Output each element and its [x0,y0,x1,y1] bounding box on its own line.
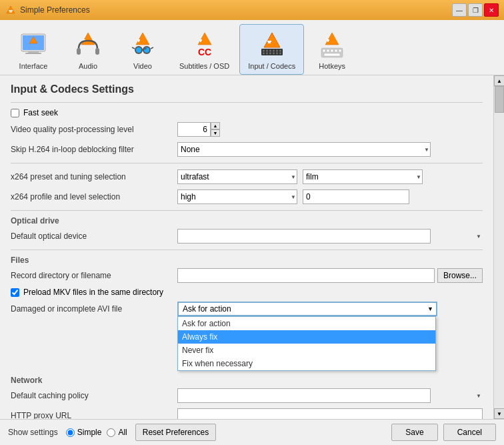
x264-preset-control: ultrafast superfast veryfast faster fast… [177,169,483,184]
tab-input[interactable]: Input / Codecs [239,24,304,75]
scrollbar[interactable]: ▲ ▼ [493,75,504,419]
fast-seek-checkbox[interactable] [11,109,19,117]
audio-icon [72,29,104,61]
damaged-avi-dropdown-header[interactable]: Ask for action ▼ [177,302,437,316]
title-bar-left: Simple Preferences [5,5,90,15]
fast-seek-row: Fast seek [11,108,483,117]
svg-marker-44 [325,33,339,45]
reset-preferences-button[interactable]: Reset Preferences [135,424,216,441]
main-window: Interface Audio [0,20,504,445]
damaged-avi-control: Ask for action ▼ Ask for action Always f… [177,302,483,316]
fast-seek-label[interactable]: Fast seek [23,108,58,117]
svg-rect-34 [269,50,271,52]
scroll-up-arrow[interactable]: ▲ [494,75,504,86]
spin-buttons: ▲ ▼ [211,122,220,137]
x264-level-input[interactable] [303,189,409,204]
all-radio-text: All [118,428,127,437]
tab-interface[interactable]: Interface [7,24,60,75]
svg-rect-1 [9,10,13,11]
svg-rect-11 [77,48,81,55]
tab-audio-label: Audio [79,62,97,70]
preload-mkv-checkbox[interactable] [11,288,19,297]
optical-device-row: Default optical device ▼ [11,228,483,244]
optical-device-arrow: ▼ [476,234,481,240]
x264-preset-select-wrap: ultrafast superfast veryfast faster fast… [177,169,297,184]
http-proxy-input[interactable] [177,408,483,419]
spin-up-button[interactable]: ▲ [211,122,220,129]
svg-rect-12 [95,48,99,55]
save-button[interactable]: Save [391,424,437,441]
browse-button[interactable]: Browse... [437,268,483,283]
separator-1 [11,163,483,163]
simple-radio-label[interactable]: Simple [66,428,102,437]
svg-line-18 [132,47,135,49]
spin-down-button[interactable]: ▼ [211,129,220,137]
svg-rect-48 [323,49,325,52]
optical-drive-section: Optical drive [11,216,483,226]
dropdown-item-ask[interactable]: Ask for action [178,317,435,330]
scroll-panel[interactable]: Input & Codecs Settings Fast seek Video … [0,75,493,419]
window-controls: — ❐ ✕ [452,3,499,17]
skip-h264-select-wrap: None Non-ref Bidir Non-key All ▼ [177,142,431,157]
svg-rect-40 [269,53,271,55]
svg-marker-24 [198,33,211,45]
minimize-button[interactable]: — [452,3,467,17]
vlc-title-icon [5,5,16,15]
scroll-down-arrow[interactable]: ▼ [494,408,504,419]
caching-policy-arrow: ▼ [476,393,481,399]
svg-point-21 [136,47,141,53]
optical-device-select[interactable] [177,229,431,244]
optical-device-label: Default optical device [11,232,177,241]
scroll-track[interactable] [494,86,504,408]
record-dir-label: Record directory or filename [11,271,177,280]
tab-video[interactable]: Video [116,24,169,75]
input-icon [256,29,288,61]
files-section: Files [11,256,483,265]
preload-mkv-row: Preload MKV files in the same directory [11,288,483,297]
svg-rect-41 [273,53,275,55]
skip-h264-select[interactable]: None Non-ref Bidir Non-key All [177,142,431,157]
svg-rect-50 [331,49,333,52]
video-quality-spinner: ▲ ▼ [177,122,220,137]
hotkeys-icon [316,29,348,61]
x264-tuning-select[interactable]: film animation grain stillimage psnr ssi… [303,169,423,184]
maximize-button[interactable]: ❐ [468,3,483,17]
x264-profile-label: x264 profile and level selection [11,192,177,201]
all-radio-label[interactable]: All [107,428,127,437]
x264-profile-select[interactable]: high baseline main high10 high422 high44… [177,189,297,204]
svg-rect-14 [137,39,140,41]
caching-policy-select[interactable]: Lowest latency Low latency Normal High l… [177,388,431,403]
http-proxy-control [177,408,483,419]
damaged-avi-dropdown-arrow: ▼ [427,306,433,312]
close-button[interactable]: ✕ [484,3,499,17]
preload-mkv-label[interactable]: Preload MKV files in the same directory [23,288,163,297]
page-title: Input & Codecs Settings [11,83,483,95]
record-dir-input[interactable] [177,268,435,283]
dropdown-item-always[interactable]: Always fix [178,330,435,344]
damaged-avi-selected-text: Ask for action [183,304,231,314]
x264-preset-row: x264 preset and tuning selection ultrafa… [11,169,483,185]
bottom-right: Save Cancel [391,424,496,441]
x264-preset-select[interactable]: ultrafast superfast veryfast faster fast… [177,169,297,184]
caching-policy-control: Lowest latency Low latency Normal High l… [177,388,483,403]
simple-radio-text: Simple [77,428,102,437]
svg-rect-49 [327,49,329,52]
svg-line-20 [151,47,153,49]
video-quality-input[interactable] [177,122,211,137]
tab-hotkeys[interactable]: Hotkeys [305,24,359,75]
bottom-left: Show settings Simple All Reset Preferenc… [8,424,216,441]
skip-h264-row: Skip H.264 in-loop deblocking filter Non… [11,141,483,157]
damaged-avi-label: Damaged or incomplete AVI file [11,304,177,314]
scroll-thumb[interactable] [495,86,504,113]
dropdown-item-never[interactable]: Never fix [178,344,435,357]
simple-radio[interactable] [66,428,75,437]
cancel-button[interactable]: Cancel [443,424,496,441]
all-radio[interactable] [107,428,115,437]
dropdown-item-fix-when[interactable]: Fix when necessary [178,357,435,370]
tab-audio[interactable]: Audio [61,24,115,75]
tab-subtitles[interactable]: CC Subtitles / OSD [171,24,238,75]
svg-rect-39 [266,53,268,55]
svg-rect-37 [279,50,281,52]
skip-h264-control: None Non-ref Bidir Non-key All ▼ [177,142,483,157]
window-title: Simple Preferences [20,5,90,15]
